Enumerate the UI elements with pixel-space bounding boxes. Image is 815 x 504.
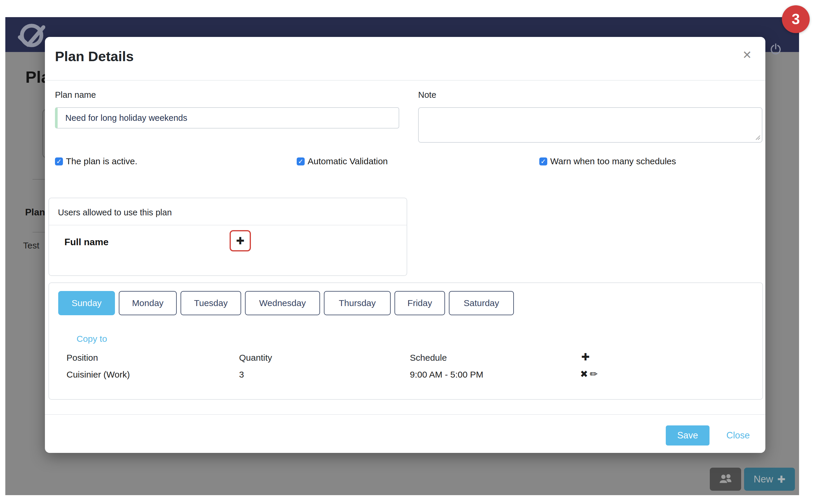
quantity-column-header: Quantity <box>239 353 272 363</box>
copy-to-link[interactable]: Copy to <box>77 334 107 344</box>
add-schedule-row-icon[interactable]: ✚ <box>581 351 590 363</box>
position-column-header: Position <box>66 353 98 363</box>
notification-badge[interactable]: 3 <box>782 5 810 33</box>
warn-schedules-label: Warn when too many schedules <box>550 156 676 166</box>
background-table-row-text: Test <box>23 240 39 251</box>
people-icon <box>718 473 733 486</box>
plan-details-modal: Plan Details ✕ Plan name Note ✓ The plan… <box>45 37 765 453</box>
tab-saturday[interactable]: Saturday <box>449 291 514 315</box>
automatic-validation-label: Automatic Validation <box>308 156 388 166</box>
modal-footer-divider <box>45 414 765 415</box>
schedule-column-header: Schedule <box>410 353 447 363</box>
plus-icon: ✚ <box>236 235 245 247</box>
new-plan-button[interactable]: New ✚ <box>744 468 795 491</box>
modal-header-divider <box>45 80 765 81</box>
delete-row-icon[interactable]: ✖ <box>580 369 590 379</box>
row-position-cell: Cuisinier (Work) <box>66 370 130 380</box>
plan-active-checkbox[interactable]: ✓ <box>55 157 63 165</box>
warn-schedules-checkbox-row: ✓ Warn when too many schedules <box>539 156 676 166</box>
tab-sunday[interactable]: Sunday <box>58 291 115 315</box>
add-user-button[interactable]: ✚ <box>230 230 251 251</box>
tab-tuesday[interactable]: Tuesday <box>181 291 241 315</box>
new-button-label: New <box>754 474 773 485</box>
edit-row-icon[interactable]: ✏ <box>590 369 600 379</box>
plan-active-label: The plan is active. <box>66 156 137 166</box>
row-actions: ✖✏ <box>580 368 600 380</box>
close-link[interactable]: Close <box>726 430 750 441</box>
automatic-validation-checkbox-row: ✓ Automatic Validation <box>297 156 388 166</box>
plan-name-label: Plan name <box>55 90 96 100</box>
modal-title: Plan Details <box>55 48 134 64</box>
users-group-button[interactable] <box>710 468 741 491</box>
automatic-validation-checkbox[interactable]: ✓ <box>297 157 305 165</box>
note-label: Note <box>418 90 436 100</box>
note-textarea[interactable] <box>418 107 762 143</box>
plus-icon: ✚ <box>777 474 785 485</box>
tab-monday[interactable]: Monday <box>119 291 177 315</box>
tab-friday[interactable]: Friday <box>394 291 445 315</box>
allowed-users-divider <box>49 225 407 225</box>
plan-active-checkbox-row: ✓ The plan is active. <box>55 156 137 166</box>
emprez-logo-icon <box>17 22 45 51</box>
power-icon[interactable] <box>769 43 782 56</box>
modal-close-icon[interactable]: ✕ <box>742 49 752 61</box>
notification-count: 3 <box>792 11 800 28</box>
weekday-tabs: Sunday Monday Tuesday Wednesday Thursday… <box>58 291 514 315</box>
row-quantity-cell: 3 <box>239 370 244 380</box>
full-name-column-header: Full name <box>64 237 108 248</box>
weekday-schedule-panel: Sunday Monday Tuesday Wednesday Thursday… <box>48 282 763 400</box>
allowed-users-panel: Users allowed to use this plan Full name… <box>48 198 407 276</box>
tab-wednesday[interactable]: Wednesday <box>245 291 320 315</box>
background-plan-column-label: Plan <box>25 207 45 218</box>
tab-thursday[interactable]: Thursday <box>324 291 391 315</box>
plan-name-input[interactable] <box>55 107 399 129</box>
warn-schedules-checkbox[interactable]: ✓ <box>539 157 547 165</box>
allowed-users-title: Users allowed to use this plan <box>58 208 172 217</box>
save-button[interactable]: Save <box>666 425 710 446</box>
row-schedule-cell: 9:00 AM - 5:00 PM <box>410 370 483 380</box>
